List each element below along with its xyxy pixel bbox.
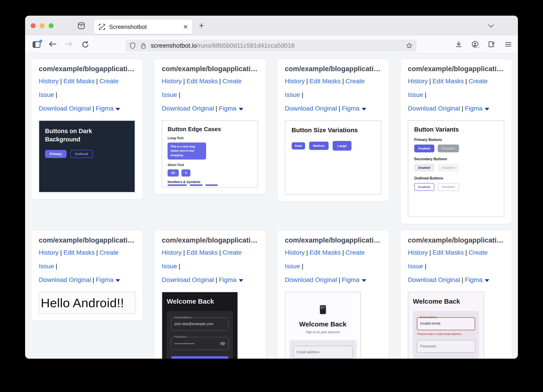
tab-list-chevron-icon[interactable] [488, 24, 494, 28]
zoom-window-button[interactable] [49, 23, 54, 28]
shield-icon[interactable] [130, 42, 136, 49]
shot-clipped-buttons [168, 184, 218, 186]
figma-caret-icon[interactable] [239, 279, 243, 282]
reload-button[interactable] [82, 41, 89, 48]
link-separator: | [342, 77, 344, 85]
run-results-grid: com/example/blogapplicati… History|Edit … [25, 54, 518, 359]
download-original-link[interactable]: Download Original [162, 105, 214, 112]
sidebar-notification-dot [39, 40, 42, 43]
screenshot-card: com/example/blogapplicati… History|Edit … [277, 230, 389, 359]
download-original-link[interactable]: Download Original [408, 276, 460, 283]
downloads-icon[interactable] [455, 41, 462, 48]
minimize-window-button[interactable] [40, 23, 45, 28]
shot-section-label: Long Text [168, 136, 252, 140]
sidebar-toggle-icon[interactable] [33, 41, 41, 48]
screenshot-thumbnail-error-login[interactable]: Welcome Back Email address invalid-email… [408, 292, 484, 359]
extensions-puzzle-icon[interactable] [488, 41, 495, 48]
card-links: History|Edit Masks|Create Issue| Downloa… [408, 246, 505, 287]
link-separator: | [302, 262, 303, 270]
shot-ok-button: OK [168, 169, 179, 177]
shot-subheading: Sign in to your account [289, 330, 356, 334]
shot-enabled-button: Enabled [414, 183, 435, 191]
link-separator: | [179, 91, 180, 98]
history-link[interactable]: History [408, 77, 428, 85]
url-bar[interactable]: screenshotbot.io/runs/68b5b0d11c581d41cc… [126, 40, 417, 52]
shot-password-label: Password [174, 335, 186, 338]
edit-masks-link[interactable]: Edit Masks [63, 77, 95, 85]
edit-masks-link[interactable]: Edit Masks [186, 249, 218, 256]
figma-caret-icon[interactable] [485, 108, 489, 110]
figma-caret-icon[interactable] [362, 108, 366, 110]
figma-dropdown[interactable]: Figma [96, 105, 113, 112]
download-original-link[interactable]: Download Original [285, 276, 337, 283]
shot-email-value: invalid-email [417, 318, 475, 329]
tab-close-icon[interactable]: ✕ [183, 23, 188, 30]
download-original-link[interactable]: Download Original [162, 276, 214, 283]
history-link[interactable]: History [285, 77, 305, 85]
tab-screenshotbot[interactable]: Screenshotbot ✕ [94, 20, 192, 34]
figma-caret-icon[interactable] [239, 108, 243, 110]
url-text[interactable]: screenshotbot.io/runs/68b5b0d11c581d41cc… [151, 42, 294, 49]
lock-icon[interactable] [141, 43, 146, 49]
shot-medium-button: Medium [309, 142, 329, 150]
screenshot-thumbnail-hello-android[interactable]: Hello Android!! [39, 292, 136, 314]
link-separator: | [219, 249, 221, 256]
figma-dropdown[interactable]: Figma [219, 105, 237, 112]
edit-masks-link[interactable]: Edit Masks [186, 77, 218, 85]
figma-caret-icon[interactable] [116, 279, 120, 282]
archive-tabs-icon[interactable] [77, 22, 85, 30]
figma-caret-icon[interactable] [362, 279, 366, 282]
figma-dropdown[interactable]: Figma [342, 105, 360, 112]
link-separator: | [306, 249, 308, 256]
link-separator: | [429, 249, 431, 256]
link-separator: | [429, 77, 431, 85]
screenshot-card: com/example/blogapplicati… History|Edit … [277, 59, 389, 202]
figma-caret-icon[interactable] [485, 279, 489, 282]
card-row-2: com/example/blogapplicati… History|Edit … [31, 230, 512, 359]
screenshot-thumbnail-size-variations[interactable]: Button Size Variations Small Medium Larg… [285, 120, 381, 195]
figma-dropdown[interactable]: Figma [219, 276, 237, 283]
shot-group-label: Primary Buttons [414, 138, 498, 142]
history-link[interactable]: History [162, 249, 182, 256]
download-original-link[interactable]: Download Original [39, 105, 91, 112]
shot-disabled-button: Disabled [438, 144, 459, 152]
download-original-link[interactable]: Download Original [285, 105, 337, 112]
screenshot-thumbnail-edge-cases[interactable]: Button Edge Cases Long Text This is a ve… [162, 120, 258, 188]
link-separator: | [56, 91, 57, 98]
link-separator: | [462, 276, 463, 283]
bookmark-star-icon[interactable] [406, 42, 413, 49]
shot-group-label: Outlined Buttons [414, 176, 498, 180]
back-button[interactable] [48, 41, 57, 47]
account-icon[interactable] [472, 41, 479, 48]
shot-large-button: Large [333, 141, 352, 151]
download-original-link[interactable]: Download Original [408, 105, 460, 112]
history-link[interactable]: History [39, 249, 59, 256]
screenshot-thumbnail-light-login[interactable]: Welcome Back Sign in to your account Ema… [285, 292, 361, 359]
figma-dropdown[interactable]: Figma [465, 105, 482, 112]
url-domain: screenshotbot.io [151, 42, 197, 49]
figma-caret-icon[interactable] [116, 108, 120, 110]
history-link[interactable]: History [162, 77, 182, 85]
edit-masks-link[interactable]: Edit Masks [63, 249, 95, 256]
history-link[interactable]: History [39, 77, 59, 85]
forward-button[interactable] [64, 41, 73, 47]
figma-dropdown[interactable]: Figma [342, 276, 360, 283]
edit-masks-link[interactable]: Edit Masks [310, 77, 341, 85]
edit-masks-link[interactable]: Edit Masks [433, 77, 464, 85]
history-link[interactable]: History [285, 249, 305, 256]
figma-dropdown[interactable]: Figma [465, 276, 482, 283]
shot-login-form: Email address john.doe@example.com Passw… [167, 311, 233, 359]
figma-dropdown[interactable]: Figma [96, 276, 113, 283]
screenshot-stage: Screenshotbot ✕ + screens [0, 0, 543, 392]
screenshot-thumbnail-dark-buttons[interactable]: Buttons on Dark Background Primary Outli… [39, 120, 135, 193]
history-link[interactable]: History [408, 249, 428, 256]
edit-masks-link[interactable]: Edit Masks [310, 249, 341, 256]
link-separator: | [339, 276, 340, 283]
screenshot-thumbnail-dark-login[interactable]: Welcome Back Email address john.doe@exam… [162, 292, 238, 359]
close-window-button[interactable] [31, 23, 36, 28]
new-tab-button[interactable]: + [199, 22, 204, 29]
screenshot-thumbnail-button-variants[interactable]: Button Variants Primary Buttons Enabled … [408, 120, 504, 217]
download-original-link[interactable]: Download Original [39, 276, 91, 283]
menu-hamburger-icon[interactable] [505, 41, 512, 48]
edit-masks-link[interactable]: Edit Masks [433, 249, 464, 256]
